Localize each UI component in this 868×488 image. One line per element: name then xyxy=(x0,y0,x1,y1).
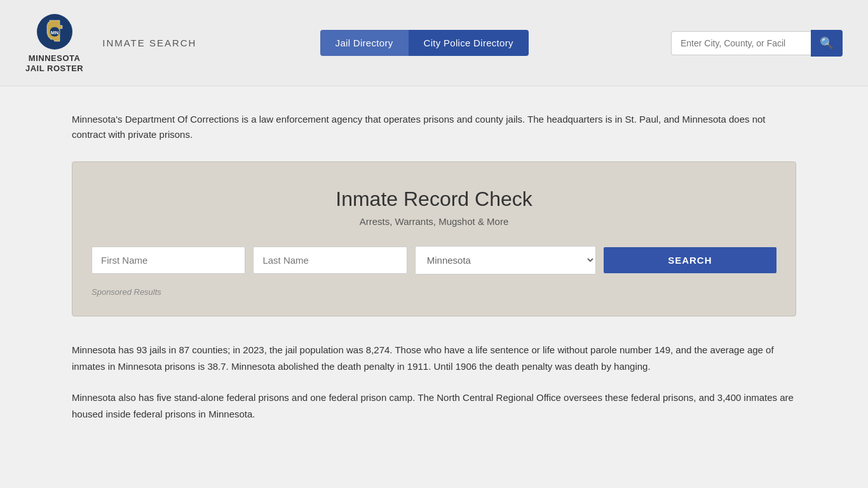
search-icon: 🔍 xyxy=(820,36,834,50)
header-left: MN MINNESOTA JAIL ROSTER INMATE SEARCH xyxy=(25,13,196,73)
header-nav: Jail Directory City Police Directory xyxy=(320,30,529,56)
intro-paragraph: Minnesota's Department Of Corrections is… xyxy=(72,112,796,142)
svg-text:MN: MN xyxy=(50,30,58,36)
main-content: Minnesota's Department Of Corrections is… xyxy=(53,86,815,456)
site-header: MN MINNESOTA JAIL ROSTER INMATE SEARCH J… xyxy=(0,0,868,86)
body-paragraph-2: Minnesota also has five stand-alone fede… xyxy=(72,390,796,422)
body-paragraph-1: Minnesota has 93 jails in 87 counties; i… xyxy=(72,342,796,374)
inmate-search-label: INMATE SEARCH xyxy=(102,37,196,48)
logo-area: MN MINNESOTA JAIL ROSTER xyxy=(25,13,83,73)
logo-text: MINNESOTA JAIL ROSTER xyxy=(25,53,83,73)
record-check-title: Inmate Record Check xyxy=(92,187,776,211)
first-name-input[interactable] xyxy=(92,247,245,274)
record-search-button[interactable]: SEARCH xyxy=(604,247,776,273)
last-name-input[interactable] xyxy=(253,247,407,274)
header-search-input[interactable] xyxy=(671,31,811,55)
record-check-subtitle: Arrests, Warrants, Mugshot & More xyxy=(92,216,776,227)
logo-icon: MN xyxy=(36,13,74,51)
jail-directory-button[interactable]: Jail Directory xyxy=(320,30,409,56)
sponsored-results-label: Sponsored Results xyxy=(92,287,776,297)
city-police-directory-button[interactable]: City Police Directory xyxy=(409,30,529,56)
header-search-area: 🔍 xyxy=(671,30,843,57)
header-search-button[interactable]: 🔍 xyxy=(811,30,843,57)
record-check-box: Inmate Record Check Arrests, Warrants, M… xyxy=(72,161,796,316)
state-select[interactable]: Minnesota Alabama Alaska Arizona Arkansa… xyxy=(415,246,596,274)
record-check-form: Minnesota Alabama Alaska Arizona Arkansa… xyxy=(92,246,776,274)
